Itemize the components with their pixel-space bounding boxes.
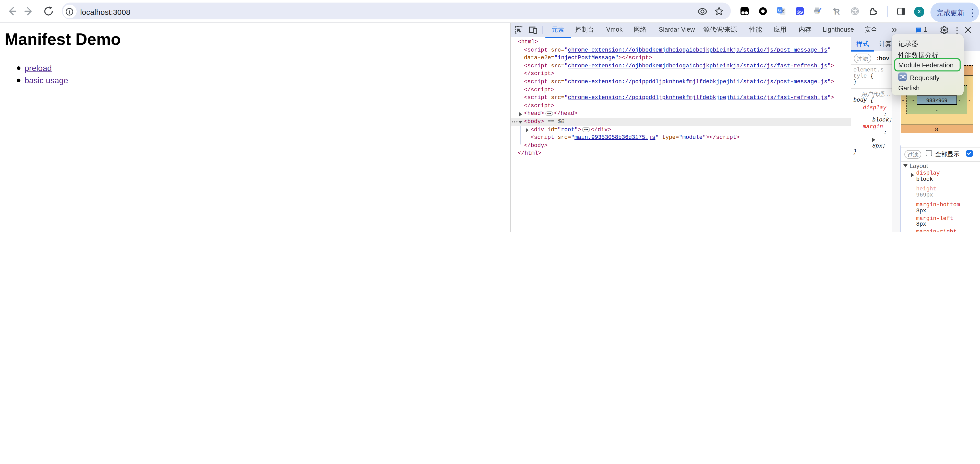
svg-text:G: G [778, 8, 781, 13]
